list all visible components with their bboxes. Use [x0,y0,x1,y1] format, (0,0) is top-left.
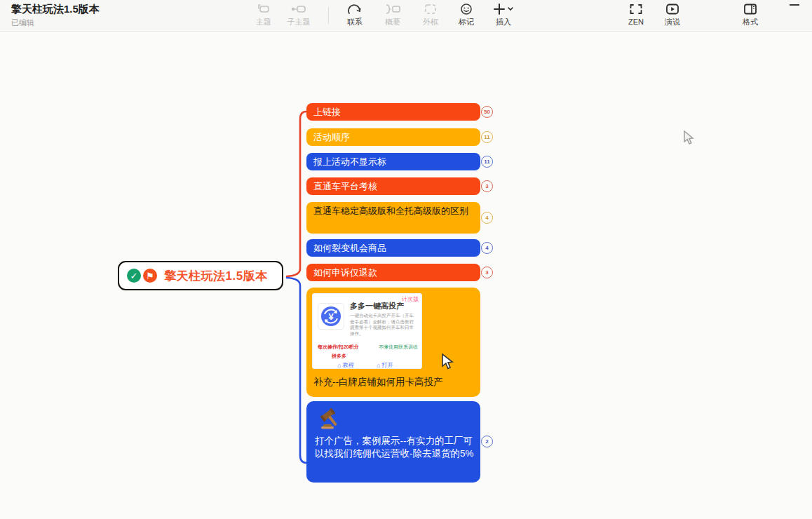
topic-node[interactable]: 报上活动不显示标 [306,153,480,170]
topic-label: 报上活动不显示标 [313,156,386,168]
topic-label: 直通车平台考核 [313,180,377,193]
toolbar-separator [328,7,329,24]
topic-label: 上链接 [313,106,341,119]
toolbar-relationship-button[interactable]: 联系 [338,1,372,31]
home-icon: ⌂ [377,362,380,369]
zen-mode-icon [619,1,653,17]
relationship-icon [338,1,372,17]
card-green-note: 不懂使用联系训练 [379,344,418,351]
children-count-badge[interactable]: 2 [481,436,493,447]
topic-label: 补充--白牌店铺如何用卡高投产 [313,376,443,389]
topic-node[interactable]: 如何裂变机会商品 [306,239,480,257]
card-edition-tag: 计次版 [402,295,419,303]
gavel-icon [316,407,344,432]
card-platform-label: 拼多多 [332,353,346,360]
marker-icon [449,1,483,17]
topic-label: 直通车稳定高级版和全托高级版的区别 [313,205,468,217]
mindmap-canvas[interactable]: ✓ ⚑ 擎天柱玩法1.5版本 上链接 活动顺序 报上活动不显示标 直通车平台考核… [0,32,812,519]
toolbar-subtopic-button[interactable]: 子主题 [282,1,316,31]
toolbar-presentation-button[interactable]: 演说 [656,1,689,31]
card-open-button: ⌂ 打开 [377,361,393,369]
document-title: 擎天柱玩法1.5版本 [11,2,100,16]
children-count-badge[interactable]: 3 [481,267,493,278]
app-header: 擎天柱玩法1.5版本 已编辑 主题 子主题 联系 概要 外框 [0,0,812,32]
embedded-app-card-image: 计次版 ¥ 多多一键高投产 一键自动化卡高投产开车（开车老手必看）全解析，请点击… [312,293,422,369]
insert-icon [487,1,520,17]
flag-marker-icon[interactable]: ⚑ [143,269,157,283]
app-logo-icon: ¥ [318,303,344,330]
toolbar-boundary-button[interactable]: 外框 [414,1,447,31]
svg-text:¥: ¥ [328,311,334,322]
toolbar-insert-button[interactable]: 插入 [487,1,520,31]
children-count-badge[interactable]: 4 [481,242,493,254]
children-count-badge[interactable]: 3 [481,180,493,192]
topic-node[interactable]: 直通车平台考核 [306,177,480,195]
presentation-icon [656,1,689,17]
mouse-cursor [684,130,695,146]
topic-node[interactable]: 上链接 [306,103,480,121]
subtopic-icon [282,1,316,17]
document-status: 已编辑 [11,18,100,28]
children-count-badge[interactable]: 11 [481,131,493,143]
topic-node[interactable]: 活动顺序 [306,128,480,146]
toolbar-zen-button[interactable]: ZEN [619,1,653,31]
topic-label: 如何申诉仅退款 [313,267,377,279]
topic-node-with-image[interactable]: 计次版 ¥ 多多一键高投产 一键自动化卡高投产开车（开车老手必看）全解析，请点击… [306,288,480,397]
root-topic-label: 擎天柱玩法1.5版本 [164,268,268,284]
root-topic[interactable]: ✓ ⚑ 擎天柱玩法1.5版本 [118,261,283,290]
topic-node-ad[interactable]: 打个广告，案例展示--有实力的工厂可以找我们纯佣代运营收-除去退货的5% [306,401,480,483]
toolbar-format-button[interactable]: 格式 [733,1,767,31]
card-tutorial-button: ⌂ 教程 [337,361,353,369]
toolbar-summary-button[interactable]: 概要 [376,1,410,31]
topic-label: 活动顺序 [313,131,350,144]
children-count-badge[interactable]: 50 [481,106,493,118]
card-price-note: 每次操作/扣20积分 [318,344,359,351]
format-panel-icon [733,1,767,17]
topic-label: 打个广告，案例展示--有实力的工厂可以找我们纯佣代运营收-除去退货的5% [315,435,475,460]
toolbar-marker-button[interactable]: 标记 [449,1,483,31]
toolbar-topic-button[interactable]: 主题 [247,1,280,31]
topic-node[interactable]: 直通车稳定高级版和全托高级版的区别 [306,202,480,234]
check-marker-icon[interactable]: ✓ [127,269,141,283]
document-title-block: 擎天柱玩法1.5版本 已编辑 [11,2,100,28]
card-description: 一键自动化卡高投产开车（开车老手必看）全解析，请点击教程观看第十个视频如何养车和… [350,313,417,337]
children-count-badge[interactable]: 11 [481,156,493,168]
topic-node[interactable]: 如何申诉仅退款 [306,264,480,281]
home-icon: ⌂ [337,362,341,369]
topic-label: 如何裂变机会商品 [313,242,386,255]
summary-icon [376,1,410,17]
children-count-badge[interactable]: 4 [481,212,493,224]
window-minimize-dash[interactable] [790,4,799,6]
boundary-icon [414,1,447,17]
topic-icon [247,1,280,17]
card-title: 多多一键高投产 [350,301,404,311]
